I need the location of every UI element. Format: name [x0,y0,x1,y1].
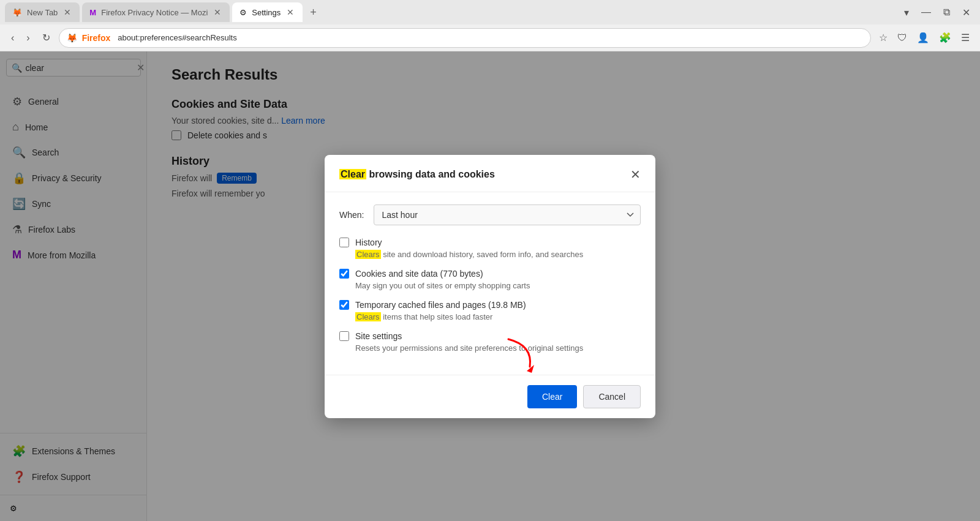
cookies-option-desc: May sign you out of sites or empty shopp… [339,281,641,290]
modal-footer: Clear Cancel [325,375,655,418]
when-label: When: [339,210,364,220]
tab-newtab-label: New Tab [27,8,58,17]
address-bar[interactable]: 🦊 Firefox about:preferences#searchResult… [59,28,871,48]
tab-newtab-close[interactable]: ✕ [62,6,72,18]
cache-checkbox[interactable] [339,300,349,310]
history-option-desc: Clears site and download history, saved … [339,250,641,259]
cookies-option-label: Cookies and site data (770 bytes) [355,269,483,279]
clear-data-modal: Clear browsing data and cookies ✕ When: … [325,155,655,418]
cancel-button[interactable]: Cancel [583,385,641,408]
window-list-button[interactable]: ▾ [899,4,914,21]
cache-option-label: Temporary cached files and pages (19.8 M… [355,300,526,310]
cache-option: Temporary cached files and pages (19.8 M… [339,300,641,321]
minimize-button[interactable]: — [916,4,936,21]
firefox-logo-icon: 🦊 [67,33,77,43]
tab-settings[interactable]: ⚙ Settings ✕ [232,2,303,22]
cache-clears-highlight: Clears [355,312,381,321]
back-button[interactable]: ‹ [7,29,18,47]
cache-option-label-row: Temporary cached files and pages (19.8 M… [339,300,641,310]
tab-settings-icon: ⚙ [239,8,247,17]
site-settings-option: Site settings Resets your permissions an… [339,331,641,353]
tab-newtab[interactable]: 🦊 New Tab ✕ [5,2,80,22]
bookmark-icon[interactable]: ☆ [876,29,891,47]
history-option-label-row: History [339,238,641,247]
clear-button[interactable]: Clear [527,385,577,408]
modal-title: Clear browsing data and cookies [339,169,495,180]
history-clears-highlight: Clears [355,250,381,259]
modal-title-highlight: Clear [339,169,366,179]
cookies-option-label-row: Cookies and site data (770 bytes) [339,269,641,279]
account-icon[interactable]: 👤 [914,29,932,47]
shield-icon[interactable]: 🛡 [894,29,910,47]
new-tab-button[interactable]: + [305,4,322,21]
modal-header: Clear browsing data and cookies ✕ [325,155,655,192]
tab-settings-close[interactable]: ✕ [285,6,295,18]
refresh-button[interactable]: ↻ [39,28,54,47]
site-settings-option-label: Site settings [355,331,402,341]
firefox-brand: Firefox [82,33,111,43]
menu-icon[interactable]: ☰ [958,29,973,47]
history-option: History Clears site and download history… [339,238,641,259]
tab-newtab-icon: 🦊 [12,8,22,17]
when-select[interactable]: Last hour Last 2 hours Last 4 hours Toda… [374,204,641,225]
site-settings-label-row: Site settings [339,331,641,341]
history-checkbox[interactable] [339,238,349,247]
modal-close-button[interactable]: ✕ [630,167,641,182]
tab-privacy-label: Firefox Privacy Notice — Mozi [101,8,208,17]
restore-button[interactable]: ⧉ [938,4,955,21]
tab-privacy[interactable]: M Firefox Privacy Notice — Mozi ✕ [82,2,230,22]
site-settings-desc: Resets your permissions and site prefere… [339,343,641,353]
tab-settings-label: Settings [252,8,281,17]
cookies-checkbox[interactable] [339,269,349,279]
cookies-option: Cookies and site data (770 bytes) May si… [339,269,641,290]
tab-privacy-close[interactable]: ✕ [213,6,222,18]
site-settings-checkbox[interactable] [339,331,349,341]
tab-privacy-icon: M [89,8,96,17]
modal-body: When: Last hour Last 2 hours Last 4 hour… [325,192,655,375]
navigation-bar: ‹ › ↻ 🦊 Firefox about:preferences#search… [0,24,980,51]
window-controls: ▾ — ⧉ ✕ [899,4,975,21]
when-row: When: Last hour Last 2 hours Last 4 hour… [339,204,641,225]
title-bar: 🦊 New Tab ✕ M Firefox Privacy Notice — M… [0,0,980,24]
extensions-icon[interactable]: 🧩 [936,29,954,47]
modal-title-suffix: browsing data and cookies [369,169,494,179]
modal-overlay: Clear browsing data and cookies ✕ When: … [0,51,980,521]
close-button[interactable]: ✕ [957,4,975,21]
toolbar-icons: ☆ 🛡 👤 🧩 ☰ [876,29,973,47]
forward-button[interactable]: › [23,29,33,47]
history-option-label: History [355,238,382,247]
cache-option-desc: Clears items that help sites load faster [339,312,641,321]
address-text: about:preferences#searchResults [118,33,236,42]
